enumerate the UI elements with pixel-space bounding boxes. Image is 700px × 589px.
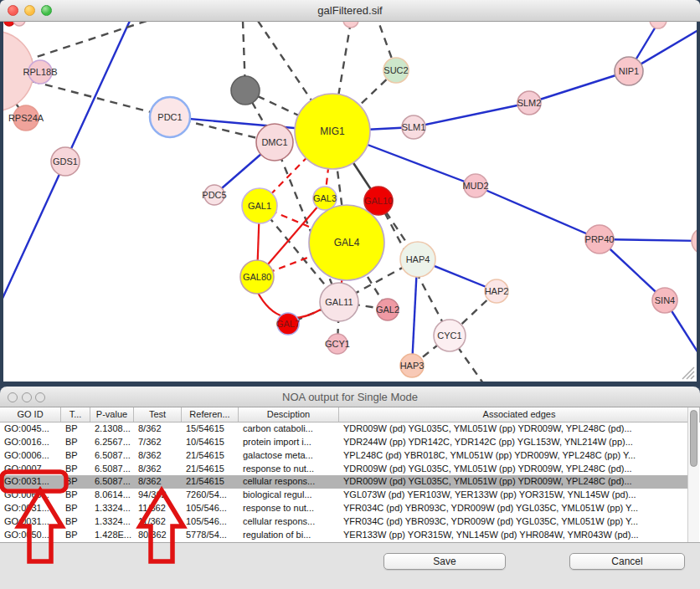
noa-output-window: NOA output for Single Mode GO IDT...P-va… [0,387,700,589]
edge [412,266,417,366]
cell-p_value: 1.3324... [90,502,134,515]
table-row[interactable]: GO:0031...BP1.3324...11/362105/546...cel… [0,515,687,529]
table-row[interactable]: GO:0045...BP2.1308...8/36215/54615carbon… [0,423,687,436]
node-MSI[interactable] [692,228,697,254]
cell-assoc: YER133W (pp) YOR315W, YNL145W (pd) YHR08… [339,529,687,542]
node-label-RPS24A: RPS24A [8,113,44,123]
table-row[interactable]: GO:0016...BP6.2567...7/36210/54615protei… [0,436,687,449]
cell-test: 8/362 [134,463,182,476]
cell-go_id: GO:0007... [0,463,61,476]
cell-description: carbon cataboli... [239,423,339,436]
node-sliver-top-center[interactable] [343,22,358,28]
cell-test: 8/362 [134,423,182,436]
cell-p_value: 2.1308... [90,423,134,436]
cell-reference: 21/54615 [182,449,239,463]
cell-test: 80/362 [134,529,182,542]
cell-description: response to nut... [239,463,339,476]
table-row[interactable]: GO:0031...BP6.5087...8/36221/54615cellul… [0,475,687,489]
node-label-GDS1: GDS1 [53,156,78,166]
node-sliver-pink-left[interactable] [13,22,25,26]
column-header-go_id[interactable]: GO ID [0,407,61,422]
cell-reference: 105/546... [182,515,239,529]
column-header-assoc[interactable]: Associated edges [339,407,700,422]
node-label-SLM1: SLM1 [402,122,426,132]
cell-description: cellular respons... [239,475,339,489]
node-label-GCY1: GCY1 [325,339,350,349]
cell-p_value: 1.3324... [90,515,134,529]
cell-reference: 5778/54... [182,529,239,542]
resize-grip-icon[interactable] [679,364,696,381]
cell-test: 7/362 [134,436,182,449]
node-label-GAL11: GAL11 [325,297,353,307]
edge [529,71,629,103]
scrollbar-thumb[interactable] [690,410,697,467]
cell-test: 11/362 [134,515,182,529]
cell-type: BP [61,423,90,436]
cell-test: 94/362 [134,489,182,502]
dialog-footer: Save Cancel [0,542,700,589]
cell-type: BP [61,515,90,529]
cell-test: 8/362 [134,475,182,489]
node-sliver-red[interactable] [4,22,14,26]
cell-type: BP [61,529,90,542]
node-label-GAL4: GAL4 [334,237,360,248]
table-header-row: GO IDT...P-valueTestReferen...Desciption… [0,407,700,423]
cell-assoc: YDR009W (pd) YGL035C, YML051W (pp) YDR00… [339,463,687,476]
table-row[interactable]: GO:0006...BP6.5087...8/36221/54615galact… [0,449,687,463]
table-row[interactable]: GO:0050...BP1.428E...80/3625778/54...reg… [0,529,687,542]
cell-assoc: YDR009W (pd) YGL035C, YML051W (pp) YDR00… [339,423,687,436]
window-title: NOA output for Single Mode [0,391,700,403]
cell-assoc: YGL073W (pd) YER103W, YER133W (pp) YOR31… [339,489,687,502]
cell-description: cellular respons... [239,515,339,529]
cell-type: BP [61,449,90,463]
cell-type: BP [61,475,90,489]
noa-window-titlebar[interactable]: NOA output for Single Mode [0,387,700,407]
cell-p_value: 6.5087... [90,475,134,489]
cell-description: biological regul... [239,489,339,502]
cell-reference: 7260/54... [182,489,239,502]
save-button[interactable]: Save [383,553,506,570]
network-canvas[interactable]: RPL18BRPS24AGDS1PDC1DMC1MIG1PDC5GAL1GAL3… [3,22,697,382]
go-results-table: GO IDT...P-valueTestReferen...Desciption… [0,407,700,542]
cancel-button[interactable]: Cancel [569,553,685,570]
cell-assoc: YFR034C (pd) YBR093C, YDR009W (pd) YGL03… [339,502,687,515]
column-header-test[interactable]: Test [134,407,182,422]
cell-p_value: 6.5087... [90,449,134,463]
node-label-PDC5: PDC5 [202,190,226,200]
table-row[interactable]: GO:0065...BP8.0614...94/3627260/54...bio… [0,489,687,502]
node-label-GAL7: GAL7 [276,319,300,329]
node-label-HAP2: HAP2 [485,286,509,296]
node-label-SUC2: SUC2 [383,65,408,75]
node-label-SIN4: SIN4 [655,295,675,305]
cell-assoc: YPL248C (pd) YBR018C, YML051W (pp) YDR00… [339,449,687,463]
table-body: GO:0045...BP2.1308...8/36215/54615carbon… [0,423,687,542]
cell-go_id: GO:0045... [0,423,61,436]
network-window-titlebar[interactable]: galFiltered.sif [0,0,700,22]
cell-p_value: 6.2567... [90,436,134,449]
cell-assoc: YFR034C (pd) YBR093C, YDR009W (pd) YGL03… [339,515,687,529]
table-row[interactable]: GO:0007...BP6.5087...8/36221/54615respon… [0,463,687,476]
cell-description: galactose meta... [239,449,339,463]
edge [476,186,600,239]
table-row[interactable]: GO:0031...BP1.3324...11/362105/546...res… [0,502,687,515]
node-label-HAP4: HAP4 [406,254,430,264]
cell-test: 11/362 [134,502,182,515]
cell-description: response to nut... [239,502,339,515]
column-header-p_value[interactable]: P-value [90,407,134,422]
node-sliver-top-right[interactable] [650,22,667,28]
cell-reference: 105/546... [182,502,239,515]
column-header-reference[interactable]: Referen... [182,407,239,422]
node-gray-node[interactable] [231,76,260,105]
cell-p_value: 6.5087... [90,463,134,476]
node-label-PDC1: PDC1 [157,112,182,122]
column-header-description[interactable]: Desciption [239,407,339,422]
node-label-GAL1: GAL1 [248,201,271,211]
cell-p_value: 1.428E... [90,529,134,542]
table-scrollbar[interactable] [687,407,699,542]
column-header-type[interactable]: T... [61,407,90,422]
cell-type: BP [61,463,90,476]
cell-go_id: GO:0065... [0,489,61,502]
cell-go_id: GO:0050... [0,529,61,542]
node-label-GAL10: GAL10 [364,196,393,206]
cell-description: regulation of bi... [239,529,339,542]
